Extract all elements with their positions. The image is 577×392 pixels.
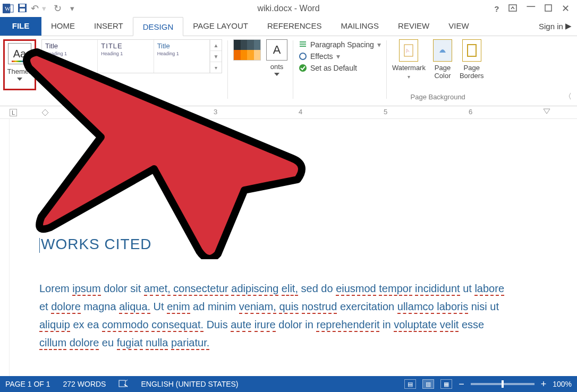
document-page[interactable]: WORKS CITED Lorem ipsum dolor sit amet, … <box>10 119 577 376</box>
print-layout-icon[interactable]: ▥ <box>422 379 434 389</box>
svg-rect-15 <box>119 380 125 387</box>
page-background-group-label: Page Background <box>411 93 465 103</box>
page-color-button[interactable]: Page Color <box>433 39 452 80</box>
gallery-more-icon[interactable]: ▾ <box>210 62 222 73</box>
svg-marker-13 <box>42 109 48 116</box>
svg-rect-7 <box>545 5 551 11</box>
document-view[interactable]: WORKS CITED Lorem ipsum dolor sit amet, … <box>0 119 577 376</box>
help-icon[interactable]: ? <box>494 4 499 13</box>
status-page[interactable]: PAGE 1 OF 1 <box>5 380 50 388</box>
tab-file[interactable]: FILE <box>0 16 41 36</box>
document-formatting-label: g <box>130 93 133 103</box>
effects-button[interactable]: Effects▾ <box>299 52 381 61</box>
svg-rect-4 <box>20 4 25 7</box>
right-indent-marker-icon[interactable] <box>543 108 550 116</box>
tab-review[interactable]: REVIEW <box>388 16 439 36</box>
svg-rect-6 <box>509 5 516 11</box>
undo-icon[interactable]: ↶ <box>31 3 39 14</box>
minimize-icon[interactable]: ─ <box>527 0 535 13</box>
tab-selector-icon[interactable]: L <box>10 109 17 116</box>
svg-text:W: W <box>5 5 11 12</box>
maximize-icon[interactable] <box>545 4 552 13</box>
tab-insert[interactable]: INSERT <box>84 16 133 36</box>
watermark-icon: A <box>399 39 418 62</box>
colors-button[interactable] <box>233 39 261 61</box>
svg-rect-5 <box>20 8 25 12</box>
gallery-up-icon[interactable]: ▲ <box>210 40 222 51</box>
page-color-icon <box>433 39 452 62</box>
svg-rect-12 <box>468 45 476 56</box>
doc-heading[interactable]: WORKS CITED <box>39 236 547 253</box>
proofing-icon[interactable] <box>118 379 128 389</box>
read-mode-icon[interactable]: ▤ <box>404 379 416 389</box>
themes-button[interactable]: Aa Themes <box>3 39 36 90</box>
horizontal-ruler[interactable]: L 3 4 5 6 <box>0 106 577 119</box>
tab-home[interactable]: HOME <box>41 16 84 36</box>
chevron-down-icon <box>274 73 279 76</box>
zoom-out-button[interactable]: − <box>459 379 464 390</box>
ribbon-options-icon[interactable] <box>508 4 517 13</box>
zoom-in-button[interactable]: + <box>541 379 547 390</box>
paragraph-spacing-button[interactable]: Paragraph Spacing▾ <box>299 40 381 49</box>
indent-marker-icon[interactable] <box>41 108 49 117</box>
svg-marker-14 <box>544 109 550 114</box>
document-formatting-gallery[interactable]: Title Heading 1 TITLE Heading 1 Title He… <box>41 39 222 73</box>
tab-page-layout[interactable]: PAGE LAYOUT <box>183 16 258 36</box>
set-as-default-button[interactable]: Set as Default <box>299 64 381 72</box>
style-card[interactable]: Title Heading 1 <box>42 40 98 73</box>
themes-icon: Aa <box>8 43 31 64</box>
vertical-ruler[interactable] <box>0 119 10 376</box>
tab-design[interactable]: DESIGN <box>133 17 184 36</box>
fonts-button[interactable]: A <box>266 39 287 61</box>
svg-rect-1 <box>10 5 13 12</box>
save-icon[interactable] <box>17 3 28 15</box>
tab-references[interactable]: REFERENCES <box>258 16 332 36</box>
style-card[interactable]: Title Heading 1 <box>154 40 210 73</box>
tab-view[interactable]: VIEW <box>439 16 478 36</box>
collapse-ribbon-icon[interactable]: 〈 <box>564 92 572 101</box>
doc-paragraph[interactable]: Lorem ipsum dolor sit amet, consectetur … <box>39 279 507 352</box>
fonts-label: onts <box>270 63 284 71</box>
word-app-icon: W <box>2 3 14 14</box>
gallery-down-icon[interactable]: ▼ <box>210 51 222 62</box>
zoom-level[interactable]: 100% <box>553 380 572 388</box>
status-bar: PAGE 1 OF 1 272 WORDS ENGLISH (UNITED ST… <box>0 376 577 392</box>
chevron-down-icon <box>17 78 22 81</box>
close-icon[interactable]: ✕ <box>562 3 570 14</box>
zoom-slider[interactable] <box>471 383 534 385</box>
window-title: wiki.docx - Word <box>0 4 577 13</box>
page-borders-icon <box>462 39 481 62</box>
redo-icon[interactable]: ↻ <box>54 3 62 14</box>
page-borders-button[interactable]: Page Borders <box>460 39 484 80</box>
watermark-button[interactable]: A Watermark ▾ <box>392 39 426 80</box>
style-card[interactable]: TITLE Heading 1 <box>98 40 154 73</box>
web-layout-icon[interactable]: ▦ <box>440 379 452 389</box>
titlebar: W ↶ ▾ ↻ ▾ wiki.docx - Word ? ─ ✕ <box>0 0 577 17</box>
svg-point-9 <box>299 64 307 72</box>
ribbon-tabs: FILE HOME INSERT DESIGN PAGE LAYOUT REFE… <box>0 17 577 36</box>
status-language[interactable]: ENGLISH (UNITED STATES) <box>141 380 238 388</box>
ribbon: Aa Themes Title Heading 1 TITLE Heading … <box>0 36 577 106</box>
tab-mailings[interactable]: MAILINGS <box>331 16 388 36</box>
sign-in-link[interactable]: Sign in ▶ <box>539 16 577 36</box>
svg-point-8 <box>300 53 306 59</box>
themes-label: Themes <box>7 67 32 75</box>
status-word-count[interactable]: 272 WORDS <box>63 380 106 388</box>
